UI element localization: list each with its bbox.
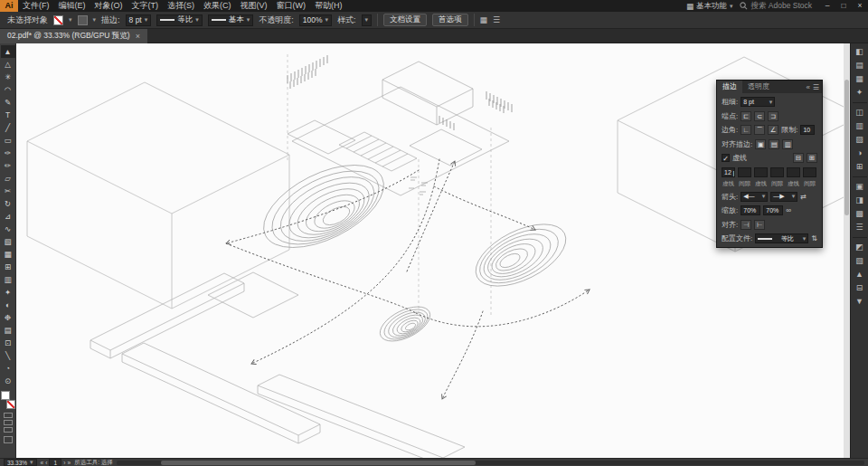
width-tool[interactable]: ∿ xyxy=(1,223,15,235)
artboards-panel-icon[interactable]: ◨ xyxy=(853,195,867,206)
artboard-number[interactable]: 1 xyxy=(49,459,61,466)
align-dash-button[interactable]: ⊞ xyxy=(807,153,817,163)
stroke-weight-dropdown[interactable]: 8 pt ▾ xyxy=(126,14,152,26)
gap-input-2[interactable] xyxy=(770,167,784,177)
zoom-tool[interactable]: ⊙ xyxy=(1,375,15,387)
brushes-panel-icon[interactable]: ▦ xyxy=(853,73,867,85)
zoom-level-dropdown[interactable]: 33.33% ▾ xyxy=(4,459,37,466)
menu-file[interactable]: 文件(F) xyxy=(18,0,54,12)
symbol-sprayer-tool[interactable]: ❉ xyxy=(1,311,15,324)
terrace-right[interactable] xyxy=(467,212,576,300)
first-artboard-icon[interactable]: « xyxy=(41,460,44,466)
horizontal-scrollbar[interactable] xyxy=(117,461,864,465)
pathfinder-panel-icon[interactable]: ▧ xyxy=(853,255,867,267)
maximize-button[interactable]: □ xyxy=(835,0,852,12)
document-setup-button[interactable]: 文档设置 xyxy=(383,14,427,26)
menu-window[interactable]: 窗口(W) xyxy=(272,0,311,12)
symbols-panel-icon[interactable]: ✦ xyxy=(853,87,867,99)
arrowhead-start-dropdown[interactable]: ◀— ▾ xyxy=(741,192,768,202)
close-tab-icon[interactable]: × xyxy=(136,32,140,41)
terrace-small[interactable] xyxy=(374,300,435,348)
tab-transparency[interactable]: 透明度 xyxy=(742,81,775,93)
paragraph-panel-icon[interactable]: ▼ xyxy=(853,296,867,308)
next-artboard-icon[interactable]: › xyxy=(63,460,65,466)
artboard-tool[interactable]: ⊡ xyxy=(1,337,15,349)
menu-help[interactable]: 帮助(H) xyxy=(310,0,347,12)
stroke-panel-icon[interactable]: ◫ xyxy=(853,107,867,119)
appearance-panel-icon[interactable]: ◑ xyxy=(853,147,867,159)
flip-along-icon[interactable]: ⇅ xyxy=(811,234,817,243)
app-logo[interactable]: Ai xyxy=(0,0,18,12)
collapse-panel-icon[interactable]: « xyxy=(806,83,809,91)
free-transform-tool[interactable]: ▧ xyxy=(1,235,15,248)
transform-panel-icon[interactable]: ▲ xyxy=(853,269,867,281)
miter-join-button[interactable]: ∟ xyxy=(741,125,751,135)
dashed-line-checkbox[interactable]: ✓ xyxy=(722,154,730,162)
round-join-button[interactable]: ⌒ xyxy=(754,125,765,135)
vertical-scrollbar[interactable] xyxy=(844,43,850,458)
type-tool[interactable]: T xyxy=(1,109,15,121)
blend-tool[interactable]: ◐ xyxy=(1,299,15,311)
menu-type[interactable]: 文字(T) xyxy=(127,0,164,12)
align-stroke-outside-button[interactable]: ▥ xyxy=(782,139,793,149)
gap-input-1[interactable] xyxy=(738,167,751,177)
magic-wand-tool[interactable]: ✳ xyxy=(1,71,15,83)
rectangle-tool[interactable]: ▭ xyxy=(1,134,15,147)
dash-input-1[interactable]: 12 pt xyxy=(722,167,735,177)
previous-artboard-icon[interactable]: ‹ xyxy=(45,460,47,466)
butt-cap-button[interactable]: ⊏ xyxy=(741,111,751,121)
fill-swatch-caret-icon[interactable]: ▾ xyxy=(69,16,72,24)
terrace-large[interactable] xyxy=(251,148,397,265)
pen-tool[interactable]: ✎ xyxy=(1,96,15,109)
column-graph-tool[interactable]: ▤ xyxy=(1,324,15,337)
character-panel-icon[interactable]: ⊟ xyxy=(853,282,867,294)
width-profile-dropdown[interactable]: 等比 ▾ xyxy=(156,14,203,26)
menu-effect[interactable]: 效果(C) xyxy=(199,0,236,12)
shape-builder-tool[interactable]: ▦ xyxy=(1,248,15,261)
color-panel-icon[interactable]: ◧ xyxy=(853,46,867,58)
stock-search[interactable]: 搜索 Adobe Stock xyxy=(740,1,812,12)
dotted-arrows[interactable] xyxy=(226,159,590,399)
lasso-tool[interactable]: ◠ xyxy=(1,83,15,96)
weight-input[interactable]: 8 pt ▾ xyxy=(741,97,775,107)
style-dropdown[interactable]: ▾ xyxy=(362,14,373,26)
width-profile-dropdown[interactable]: 等比 ▾ xyxy=(755,233,808,243)
arrow-align-tip-button[interactable]: ⊣ xyxy=(741,220,751,230)
arrowhead-end-dropdown[interactable]: —▶ ▾ xyxy=(770,192,797,202)
arrow-align-end-button[interactable]: ⊢ xyxy=(754,220,765,230)
scissors-tool[interactable]: ✂ xyxy=(1,185,15,197)
menu-edit[interactable]: 编辑(E) xyxy=(54,0,90,12)
gap-input-3[interactable] xyxy=(803,167,816,177)
hatch-trees[interactable] xyxy=(288,55,512,130)
line-segment-tool[interactable]: ╱ xyxy=(1,121,15,134)
align-stroke-center-button[interactable]: ▣ xyxy=(755,139,766,149)
canvas-area[interactable]: 描边 透明度 « ☰ 粗细: 8 pt ▾ xyxy=(16,43,844,458)
menu-select[interactable]: 选择(S) xyxy=(163,0,199,12)
selection-tool[interactable]: ▲ xyxy=(1,45,15,58)
layers-panel-icon[interactable]: ▣ xyxy=(853,181,867,193)
libraries-panel-icon[interactable]: ☰ xyxy=(853,222,867,233)
minimize-button[interactable]: – xyxy=(819,0,835,12)
menu-view[interactable]: 视图(V) xyxy=(236,0,272,12)
dashed-guides[interactable] xyxy=(288,54,491,315)
brush-definition-dropdown[interactable]: 基本 ▾ xyxy=(208,14,254,26)
hand-tool[interactable]: ◔ xyxy=(1,362,15,375)
screen-mode-icon[interactable] xyxy=(4,436,13,443)
vertical-scrollbar-thumb[interactable] xyxy=(844,80,849,215)
stroke-swatch-caret-icon[interactable]: ▾ xyxy=(93,16,97,24)
stroke-proxy-none[interactable] xyxy=(6,400,15,409)
iso-slabs[interactable] xyxy=(90,272,465,458)
slice-tool[interactable]: ╲ xyxy=(1,349,15,362)
iso-central-building[interactable] xyxy=(288,62,509,195)
swap-arrowheads-icon[interactable]: ⇄ xyxy=(800,193,807,201)
transparency-panel-icon[interactable]: ▨ xyxy=(853,134,867,146)
pencil-tool[interactable]: ✏ xyxy=(1,159,15,172)
draw-inside-mode-icon[interactable] xyxy=(4,427,13,433)
panel-menu-icon[interactable]: ☰ xyxy=(493,15,500,24)
mesh-tool[interactable]: ⊞ xyxy=(1,261,15,273)
align-panel-icon[interactable]: ◩ xyxy=(853,242,867,253)
menu-object[interactable]: 对象(O) xyxy=(90,0,127,12)
horizontal-scrollbar-thumb[interactable] xyxy=(161,461,475,465)
opacity-dropdown[interactable]: 100% ▾ xyxy=(299,14,332,26)
swatches-panel-icon[interactable]: ▤ xyxy=(853,60,867,71)
